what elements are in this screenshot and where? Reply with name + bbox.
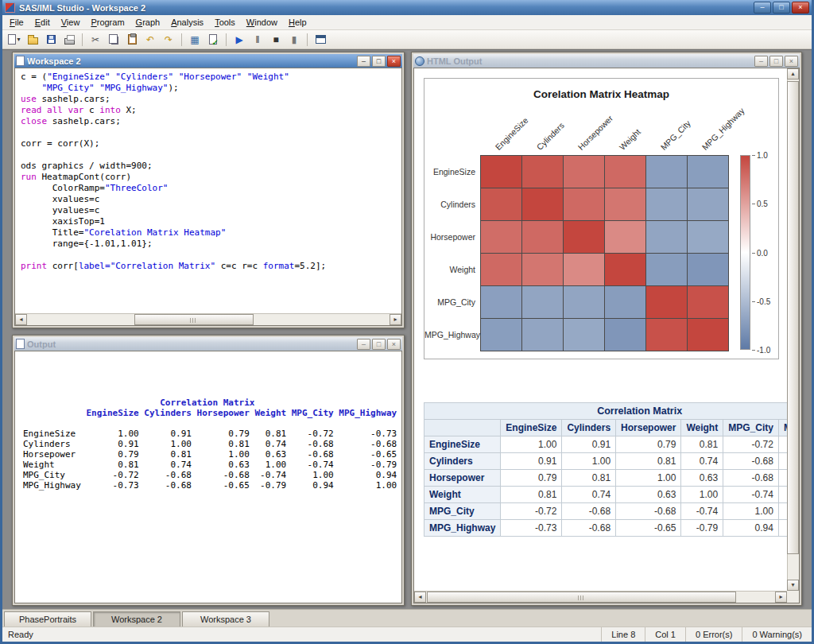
window-minimize-button[interactable]: – [754, 2, 771, 14]
print-button[interactable] [60, 32, 78, 48]
cut-button[interactable]: ✂ [87, 32, 104, 48]
scroll-up-button[interactable]: ▴ [787, 68, 799, 80]
html-v-scrollbar[interactable]: ▴ ▾ [787, 68, 799, 591]
app-icon [5, 2, 15, 13]
scroll-left-button[interactable]: ◂ [414, 592, 426, 603]
run-button[interactable]: ▶ [231, 32, 248, 48]
run-icon: ▶ [235, 35, 242, 45]
scroll-down-button[interactable]: ▾ [787, 580, 799, 591]
output-titlebar[interactable]: Output – □ × [14, 337, 402, 351]
scroll-left-button[interactable]: ◂ [15, 314, 27, 325]
output-minimize-button[interactable]: – [357, 339, 370, 350]
h-scrollbar-thumb[interactable] [427, 592, 736, 603]
menu-graph[interactable]: Graph [130, 16, 166, 29]
code-line: xvalues=c [21, 194, 401, 205]
pause-button[interactable]: ‖ [249, 32, 266, 48]
menu-tools[interactable]: Tools [209, 16, 241, 29]
menu-edit[interactable]: Edit [29, 16, 56, 29]
table-cell: -0.74 [723, 487, 779, 503]
table-cell: 0.63 [616, 487, 681, 503]
heatmap-x-label: Horsepower [576, 113, 615, 152]
html-output-window: HTML Output – □ × Corelation Matrix Heat… [411, 52, 802, 606]
editor-maximize-button[interactable]: □ [372, 56, 386, 67]
table-cell: -0.68 [562, 503, 616, 520]
heatmap-cell [522, 254, 563, 285]
save-button[interactable] [42, 32, 60, 48]
open-button[interactable] [24, 32, 41, 48]
menu-window[interactable]: Window [241, 16, 283, 29]
output-window: Output – □ × Correlation Matrix EngineSi… [12, 335, 405, 606]
heatmap-cell [646, 221, 687, 253]
v-scrollbar-thumb[interactable] [787, 81, 799, 554]
heatmap-cell [522, 188, 563, 220]
menu-help[interactable]: Help [283, 16, 312, 29]
step-button[interactable]: ▮ [285, 32, 303, 48]
html-h-scrollbar[interactable]: ◂ ▸ [414, 591, 787, 603]
output-close-button[interactable]: × [387, 339, 401, 350]
menu-program[interactable]: Program [85, 16, 130, 29]
workspace-tab-workspace-2[interactable]: Workspace 2 [93, 611, 180, 627]
table-cell: 1.00 [681, 487, 723, 503]
code-line: print corr[label="Correlation Matrix" c=… [21, 261, 401, 272]
table-row-header: Cylinders [424, 453, 501, 470]
html-document-icon [415, 56, 424, 66]
toolbar-separator [82, 33, 83, 46]
output-document-icon [16, 339, 25, 349]
table-cell: -0.68 [723, 453, 779, 470]
scroll-right-button[interactable]: ▸ [775, 592, 787, 603]
editor-titlebar[interactable]: Workspace 2 – □ × [14, 54, 402, 68]
code-line: close sashelp.cars; [21, 116, 401, 127]
table-column-header: MPG_City [723, 420, 779, 436]
table-column-header: Cylinders [562, 420, 616, 436]
heatmap-cell [605, 221, 645, 253]
editor-h-scrollbar[interactable]: ◂ ▸ [15, 313, 401, 325]
editor-minimize-button[interactable]: – [357, 56, 370, 67]
html-minimize-button[interactable]: – [754, 56, 768, 67]
scroll-right-button[interactable]: ▸ [390, 314, 401, 325]
heatmap-cell [564, 286, 604, 318]
workspace-tab-phaseportraits[interactable]: PhasePortraits [4, 611, 91, 627]
dropdown-caret-icon[interactable]: ▾ [17, 36, 20, 43]
window-title: SAS/IML Studio - Workspace 2 [19, 3, 754, 13]
html-close-button[interactable]: × [785, 56, 798, 67]
undo-button[interactable]: ↶ [141, 32, 159, 48]
status-line: Line 8 [601, 627, 645, 642]
stop-button[interactable]: ■ [267, 32, 285, 48]
table-cell: -0.65 [616, 520, 681, 537]
workspace-window-button[interactable] [312, 32, 329, 48]
colorbar-tick-label: -0.5 [757, 297, 770, 306]
menu-analysis[interactable]: Analysis [165, 16, 209, 29]
data-table-button[interactable]: ▦ [186, 32, 204, 48]
table-corner-cell [424, 420, 501, 436]
colorbar-tick [752, 204, 755, 204]
code-area[interactable]: c = ("EngineSize" "Cylinders" "Horsepowe… [15, 68, 401, 313]
code-line [21, 250, 401, 261]
main-titlebar[interactable]: SAS/IML Studio - Workspace 2 – □ × [2, 0, 812, 15]
output-maximize-button[interactable]: □ [372, 339, 386, 350]
table-cell: 0.74 [681, 453, 723, 470]
menu-view[interactable]: View [56, 16, 86, 29]
html-output-titlebar[interactable]: HTML Output – □ × [413, 54, 800, 68]
copy-button[interactable] [105, 32, 122, 48]
html-maximize-button[interactable]: □ [769, 56, 783, 67]
window-maximize-button[interactable]: □ [773, 2, 790, 14]
toolbar-separator [181, 33, 182, 46]
code-line: run HeatmapCont(corr) [21, 172, 401, 183]
new-program-button[interactable]: ▾ [6, 32, 23, 48]
check-syntax-button[interactable] [204, 32, 222, 48]
editor-close-button[interactable]: × [387, 56, 401, 67]
status-errors: 0 Error(s) [685, 627, 742, 642]
menu-file[interactable]: File [4, 16, 29, 29]
h-scrollbar-thumb[interactable] [134, 314, 254, 325]
heatmap-cell [522, 286, 563, 318]
workspace-tab-workspace-3[interactable]: Workspace 3 [182, 611, 269, 627]
table-row-header: Weight [424, 487, 501, 503]
table-cell: 1.00 [501, 436, 562, 453]
colorbar-tick-label: 0.0 [757, 249, 768, 258]
code-line: ods graphics / width=900; [21, 161, 401, 172]
paste-button[interactable] [123, 32, 141, 48]
heatmap-cell [605, 286, 645, 318]
redo-button[interactable]: ↷ [160, 32, 177, 48]
window-close-button[interactable]: × [792, 2, 809, 14]
chart-title: Corelation Matrix Heatmap [424, 88, 778, 100]
